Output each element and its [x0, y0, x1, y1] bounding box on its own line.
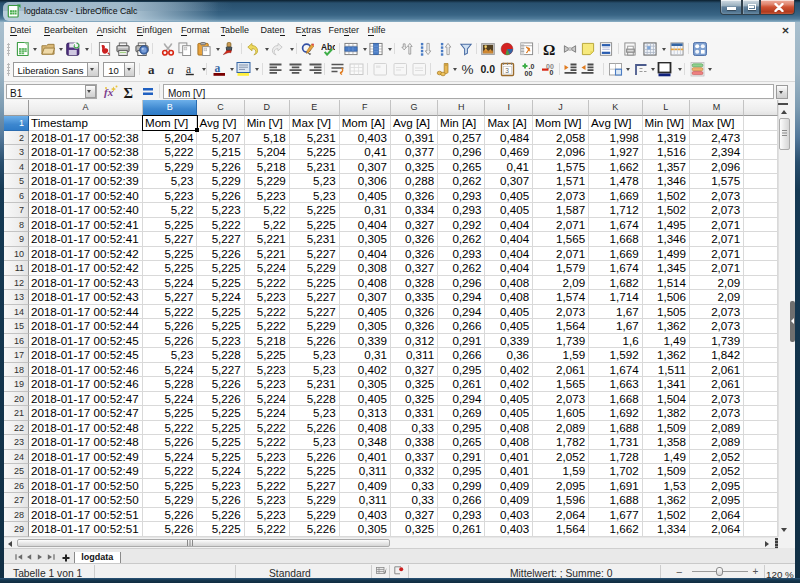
svg-text:00: 00: [525, 70, 533, 77]
svg-text:Σ: Σ: [124, 85, 133, 99]
svg-text:Ω: Ω: [543, 42, 555, 56]
svg-text:0: 0: [549, 69, 553, 76]
svg-text:a: a: [148, 62, 155, 77]
svg-text:a: a: [186, 63, 191, 75]
svg-text:0.0: 0.0: [480, 63, 495, 75]
svg-text:%: %: [461, 62, 473, 77]
svg-text:a: a: [168, 62, 175, 77]
svg-text:Abc: Abc: [321, 42, 335, 52]
svg-text:3: 3: [505, 67, 509, 74]
svg-text:a: a: [214, 62, 220, 74]
